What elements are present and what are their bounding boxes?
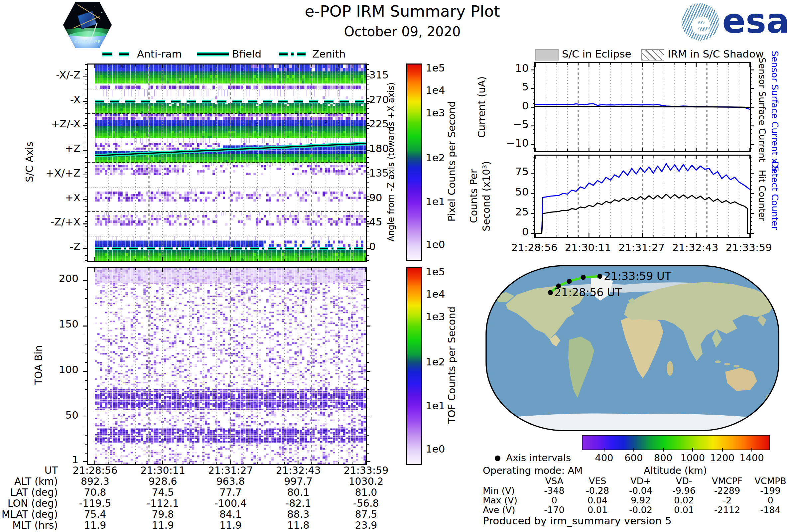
current-ytick-labels: 1050−5−10 bbox=[499, 62, 531, 152]
voltage-value: -170 bbox=[533, 505, 576, 515]
toa-spectrogram-canvas bbox=[88, 268, 366, 464]
minor-tick bbox=[85, 64, 87, 65]
toa-ytick-labels: 200150100501 bbox=[40, 267, 82, 463]
minor-tick bbox=[85, 344, 87, 344]
ephemeris-value: 70.8 bbox=[61, 487, 129, 498]
counts-ytick-label: 0 bbox=[499, 225, 529, 238]
voltage-table: VSAVESVD+VD-VMCPFVCMPBMin (V)-348-0.28-0… bbox=[483, 476, 792, 515]
ephemeris-value: 1030.2 bbox=[332, 476, 400, 487]
track-end-label: 21:33:59 UT bbox=[604, 270, 672, 283]
time-xtick-label: 21:33:59 bbox=[714, 241, 784, 253]
colorbar-tick-label: 1e5 bbox=[425, 62, 445, 74]
minor-tick bbox=[85, 241, 87, 241]
minor-tick bbox=[367, 79, 369, 79]
axis-row-label: -Z bbox=[14, 241, 80, 252]
minor-tick bbox=[367, 390, 369, 390]
altitude-tick bbox=[633, 448, 634, 452]
minor-tick bbox=[367, 435, 369, 436]
ephemeris-row-label: ALT (km) bbox=[0, 476, 61, 487]
angle-tick-label: 45 bbox=[369, 216, 382, 228]
minor-tick bbox=[367, 241, 369, 241]
voltage-value: 0.01 bbox=[576, 505, 619, 515]
current-ytick-label: 10 bbox=[499, 62, 529, 75]
aurora-arc bbox=[59, 28, 119, 37]
current-right-label-blue: Sensor Surface Current x 5 bbox=[770, 51, 780, 172]
ephemeris-value: -82.1 bbox=[264, 498, 332, 509]
minor-tick bbox=[367, 84, 369, 84]
counts-plot-ylabel-1: Counts Per bbox=[468, 169, 479, 223]
minor-tick bbox=[367, 202, 369, 202]
counts-ytick-label: 50 bbox=[499, 186, 529, 198]
ephemeris-value: 77.7 bbox=[197, 487, 265, 498]
axis-intervals-label: Axis intervals bbox=[506, 452, 571, 463]
minor-tick bbox=[85, 380, 87, 381]
current-ytick-label: 0 bbox=[499, 99, 529, 112]
ephemeris-value: 21:33:59 bbox=[332, 465, 400, 476]
minor-tick bbox=[367, 142, 369, 143]
minor-tick bbox=[85, 260, 87, 261]
toa-ytick-label: 1 bbox=[42, 454, 78, 466]
page-title: e-POP IRM Summary Plot bbox=[213, 2, 592, 20]
minor-tick bbox=[85, 177, 87, 177]
voltage-column-header: VMCPF bbox=[706, 476, 749, 486]
axis-panel-row-labels: -X/-Z-X+Z/-X+Z+X/+Z+X-Z/+X-Z bbox=[13, 63, 84, 260]
minor-tick bbox=[85, 187, 87, 188]
ephemeris-value: 892.3 bbox=[61, 476, 129, 487]
major-tick bbox=[83, 325, 87, 326]
axis-row-label: +Z bbox=[14, 142, 80, 154]
current-plot-ylabel: Current (uA) bbox=[476, 76, 488, 138]
minor-tick bbox=[85, 79, 87, 79]
minor-tick bbox=[367, 344, 369, 344]
altitude-colorbar bbox=[582, 435, 770, 450]
minor-tick bbox=[85, 113, 87, 114]
ephemeris-value: 11.9 bbox=[197, 520, 265, 531]
pixel-colorbar bbox=[406, 63, 422, 261]
ephemeris-value: 23.9 bbox=[332, 520, 400, 531]
footer-text: Produced by irm_summary version 5 bbox=[483, 515, 672, 527]
zenith-legend-label: Zenith bbox=[312, 48, 345, 60]
minor-tick bbox=[85, 94, 87, 94]
esa-emblem-icon: e bbox=[682, 3, 719, 41]
ephemeris-value: 11.8 bbox=[264, 520, 332, 531]
minor-tick bbox=[85, 289, 87, 290]
current-ytick-label: 5 bbox=[499, 80, 529, 93]
colorbar-tick-label: 1e1 bbox=[425, 195, 445, 208]
major-tick bbox=[83, 417, 87, 418]
minor-tick bbox=[85, 123, 87, 124]
ephemeris-value: 11.9 bbox=[129, 520, 197, 531]
figure-root: CASSIOPE e-POP IRM Summary Plot October … bbox=[0, 0, 798, 532]
axis-spectrogram-panel bbox=[87, 63, 367, 262]
bfield-legend-label: Bfield bbox=[232, 48, 261, 60]
voltage-value: -2289 bbox=[706, 486, 749, 495]
ephemeris-value: 88.3 bbox=[264, 509, 332, 520]
world-map: 21:28:56 UT21:33:59 UT bbox=[485, 265, 780, 432]
major-tick bbox=[83, 371, 87, 372]
ephemeris-value: 21:32:43 bbox=[264, 465, 332, 476]
minor-tick bbox=[85, 255, 87, 256]
altitude-tick-label: 1000 bbox=[678, 452, 707, 463]
minor-tick bbox=[367, 103, 369, 104]
minor-tick bbox=[85, 226, 87, 227]
voltage-corner bbox=[483, 476, 533, 486]
major-tick bbox=[83, 199, 87, 200]
page-date: October 09, 2020 bbox=[213, 24, 592, 39]
major-tick bbox=[367, 280, 370, 281]
altitude-colorbar-title: Altitude (km) bbox=[582, 465, 769, 476]
minor-tick bbox=[85, 167, 87, 168]
voltage-column-header: VCMPB bbox=[749, 476, 792, 486]
altitude-tick-label: 1400 bbox=[737, 452, 767, 463]
voltage-row-label: Max (V) bbox=[483, 495, 533, 505]
minor-tick bbox=[367, 380, 369, 381]
minor-tick bbox=[367, 172, 369, 173]
voltage-column-header: VD- bbox=[662, 476, 706, 486]
minor-tick bbox=[367, 453, 369, 454]
tof-colorbar-title: TOF Counts per Second bbox=[446, 307, 457, 424]
current-right-label-black: Sensor Surface Current bbox=[757, 58, 767, 162]
major-tick bbox=[83, 174, 87, 175]
minor-tick bbox=[85, 153, 87, 153]
minor-tick bbox=[85, 246, 87, 246]
ephemeris-value: 11.9 bbox=[61, 520, 129, 531]
minor-tick bbox=[85, 236, 87, 236]
minor-tick bbox=[367, 167, 369, 168]
voltage-value: -2112 bbox=[706, 505, 749, 515]
